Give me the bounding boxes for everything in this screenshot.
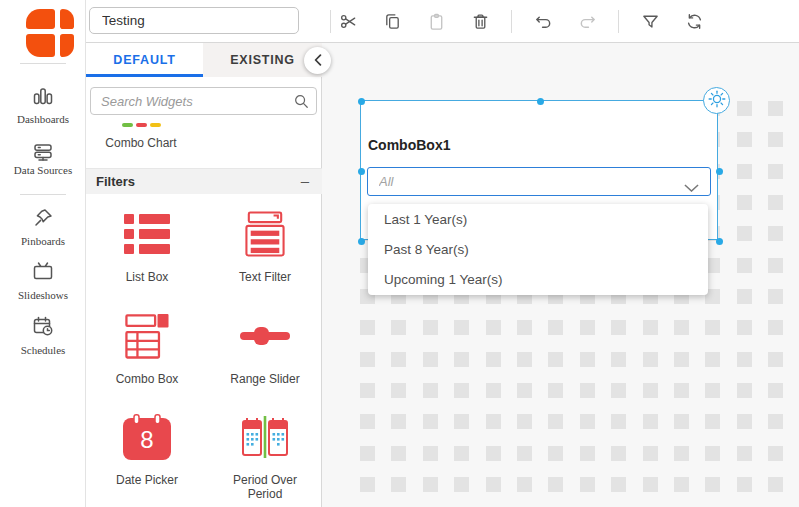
period-over-period-icon [208, 412, 322, 462]
copy-button[interactable] [375, 5, 409, 37]
grid-cell [517, 446, 532, 461]
search-icon [293, 93, 309, 109]
grid-cell [486, 446, 501, 461]
divider [618, 10, 619, 33]
resize-handle[interactable] [716, 168, 723, 175]
grid-cell [486, 477, 501, 492]
filters-section-header[interactable]: Filters – [86, 168, 322, 194]
grid-cell [486, 383, 501, 398]
grid-cell [454, 320, 469, 335]
dashboard-name-input[interactable] [89, 7, 299, 34]
dropdown-option[interactable]: Past 8 Year(s) [368, 235, 708, 265]
redo-button[interactable] [570, 5, 604, 37]
grid-cell [611, 446, 626, 461]
range-slider-icon [208, 311, 322, 361]
delete-button[interactable] [463, 5, 497, 37]
tv-icon [32, 260, 54, 282]
grid-cell [611, 383, 626, 398]
widget-item-text-filter[interactable]: Text Filter [208, 209, 322, 284]
grid-cell [737, 164, 752, 179]
widget-title: ComboBox1 [368, 137, 450, 153]
refresh-icon [685, 12, 704, 31]
resize-handle[interactable] [358, 168, 365, 175]
sidebar-item-slideshows[interactable] [0, 260, 86, 286]
logo-piece [26, 9, 55, 29]
sidebar-item-label: Schedules [0, 344, 86, 356]
grid-cell [517, 414, 532, 429]
grid-cell [768, 289, 783, 304]
grid-cell [768, 414, 783, 429]
grid-cell [423, 477, 438, 492]
combobox-input[interactable] [367, 167, 711, 196]
combobox-value-input[interactable] [368, 168, 678, 195]
redo-icon [578, 12, 597, 31]
clipboard-icon [427, 12, 446, 31]
grid-cell [611, 352, 626, 367]
resize-handle[interactable] [537, 98, 544, 105]
refresh-button[interactable] [677, 5, 711, 37]
widget-item-combo-box[interactable]: Combo Box [90, 311, 204, 386]
sidebar-item-dashboards[interactable] [0, 85, 86, 111]
grid-cell [737, 352, 752, 367]
combo-chart-icon [86, 123, 196, 127]
widget-item-label: Date Picker [90, 473, 204, 487]
undo-button[interactable] [526, 5, 560, 37]
grid-cell [423, 446, 438, 461]
text-filter-icon [208, 209, 322, 259]
widget-item-list-box[interactable]: List Box [90, 209, 204, 284]
widget-item-date-picker[interactable]: 8Date Picker [90, 412, 204, 487]
pin-icon [32, 207, 54, 229]
grid-cell [423, 352, 438, 367]
grid-cell [737, 446, 752, 461]
calendar-clock-icon [32, 315, 54, 337]
grid-cell [643, 477, 658, 492]
resize-handle[interactable] [358, 98, 365, 105]
resize-handle[interactable] [358, 238, 365, 245]
gear-icon [706, 88, 728, 114]
grid-cell [737, 132, 752, 147]
cut-button[interactable] [331, 5, 365, 37]
dashboard-canvas[interactable]: ComboBox1 Last 1 Year(s)Past 8 Year(s)Up… [322, 43, 799, 507]
grid-cell [705, 352, 720, 367]
sidebar-item-schedules[interactable] [0, 315, 86, 341]
collapse-section-icon[interactable]: – [301, 169, 309, 193]
grid-cell [423, 414, 438, 429]
date-picker-icon: 8 [90, 412, 204, 462]
grid-cell [768, 477, 783, 492]
grid-cell [705, 414, 720, 429]
grid-cell [580, 477, 595, 492]
panel-collapse-button[interactable] [304, 47, 331, 74]
grid-cell [643, 414, 658, 429]
sidebar-item-pinboards[interactable] [0, 207, 86, 233]
tab-default[interactable]: DEFAULT [86, 43, 203, 77]
dropdown-option[interactable]: Upcoming 1 Year(s) [368, 265, 708, 295]
grid-cell [737, 477, 752, 492]
grid-cell [360, 414, 375, 429]
legend-dash [122, 123, 133, 127]
search-input[interactable] [91, 88, 289, 114]
resize-handle[interactable] [716, 238, 723, 245]
grid-cell [674, 320, 689, 335]
dropdown-option[interactable]: Last 1 Year(s) [368, 205, 708, 235]
legend-dash [136, 123, 147, 127]
grid-cell [705, 446, 720, 461]
widget-item-period-over-period[interactable]: Period Over Period [208, 412, 322, 501]
app-logo[interactable] [26, 9, 74, 57]
sidebar-item-label: Pinboards [0, 235, 86, 247]
divider [511, 10, 512, 33]
bar-chart-icon [32, 85, 54, 107]
widget-settings-button[interactable] [703, 87, 730, 114]
widget-item-range-slider[interactable]: Range Slider [208, 311, 322, 386]
grid-cell [674, 383, 689, 398]
grid-cell [391, 446, 406, 461]
trash-icon [471, 12, 490, 31]
paste-button[interactable] [419, 5, 453, 37]
filter-button[interactable] [633, 5, 667, 37]
grid-cell [580, 414, 595, 429]
widget-item-label: Period Over Period [208, 473, 322, 501]
sidebar-item-label: Dashboards [0, 113, 86, 125]
grid-cell [360, 477, 375, 492]
widget-item-combo-chart[interactable]: Combo Chart [86, 119, 196, 150]
server-icon [32, 141, 54, 163]
grid-cell [737, 414, 752, 429]
